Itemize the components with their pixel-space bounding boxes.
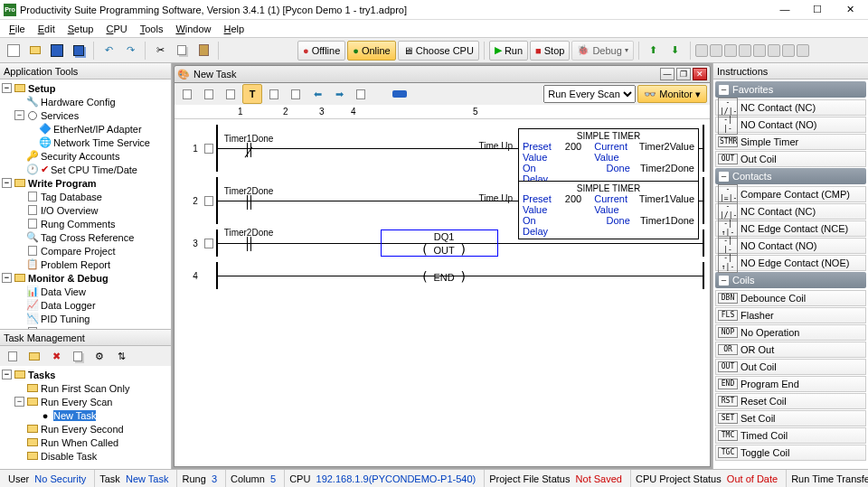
- application-tools-tree[interactable]: −Setup 🔧Hardware Config −Services 🔷Ether…: [0, 80, 171, 329]
- menu-file[interactable]: File: [4, 23, 31, 35]
- instr-out-coil-2[interactable]: OUTOut Coil: [715, 359, 866, 375]
- menu-edit[interactable]: Edit: [33, 23, 61, 35]
- no-contact[interactable]: Timer2Done: [236, 188, 261, 213]
- no-contact[interactable]: Timer2Done: [236, 229, 261, 255]
- toolbar-transfer-to-icon[interactable]: ⬆: [644, 41, 664, 61]
- scan-mode-select[interactable]: Run Every Scan: [543, 85, 636, 103]
- task-tree[interactable]: −Tasks Run First Scan Only −Run Every Sc…: [0, 366, 171, 469]
- stop-button[interactable]: ■Stop: [530, 41, 570, 61]
- menu-help[interactable]: Help: [219, 23, 250, 35]
- toolbar-undo-icon[interactable]: ↶: [99, 41, 118, 61]
- monitor-button[interactable]: 👓Monitor▾: [637, 85, 707, 103]
- task-delete-icon[interactable]: ✖: [46, 346, 66, 366]
- section-coils[interactable]: Coils: [715, 272, 866, 288]
- rung-3[interactable]: 3 Timer2Done DQ1 ( OUT ): [189, 229, 704, 257]
- toolbar-saveall-icon[interactable]: [69, 41, 89, 61]
- task-settings-icon[interactable]: ⚙: [90, 346, 109, 366]
- menu-tools[interactable]: Tools: [135, 23, 169, 35]
- instr-toggle-coil[interactable]: TGCToggle Coil: [715, 445, 866, 461]
- tree-problem-report[interactable]: 📋Problem Report: [2, 258, 169, 271]
- toolbar-copy-icon[interactable]: [172, 41, 192, 61]
- debug-button[interactable]: 🐞Debug▾: [571, 41, 633, 61]
- end-coil[interactable]: ( END ): [417, 269, 471, 284]
- task-new-icon[interactable]: [3, 346, 23, 366]
- task-open-icon[interactable]: [24, 346, 44, 366]
- instr-no-contact-2[interactable]: -| |-NO Contact (NO): [715, 238, 866, 254]
- tree-security-accounts[interactable]: 🔑Security Accounts: [2, 149, 169, 163]
- toolbar-cut-icon[interactable]: ✂: [150, 41, 170, 61]
- task-run-first-scan[interactable]: Run First Scan Only: [2, 381, 169, 395]
- instr-nc-contact-2[interactable]: -|/|-NC Contact (NC): [715, 203, 866, 220]
- instr-no-contact[interactable]: -| |-NO Contact (NO): [715, 117, 866, 133]
- tree-ethernet-ip[interactable]: 🔷EtherNet/IP Adapter: [2, 122, 169, 136]
- tree-rung-comments[interactable]: Rung Comments: [2, 217, 169, 230]
- menu-setup[interactable]: Setup: [62, 23, 99, 35]
- toolbar-save-icon[interactable]: [47, 41, 67, 61]
- instr-set-coil[interactable]: SETSet Coil: [715, 410, 866, 426]
- task-disable-task[interactable]: Disable Task: [2, 449, 169, 463]
- tree-tag-database[interactable]: Tag Database: [2, 190, 169, 203]
- doc-tb-3[interactable]: [221, 84, 241, 104]
- window-maximize-button[interactable]: ☐: [807, 4, 828, 15]
- tasks-root[interactable]: −Tasks: [2, 368, 169, 381]
- toolbar-chip-icon[interactable]: [710, 44, 722, 57]
- window-close-button[interactable]: ✕: [839, 4, 861, 15]
- tree-hardware-config[interactable]: 🔧Hardware Config: [2, 95, 169, 108]
- instr-no-edge-contact[interactable]: -|↑|-NO Edge Contact (NOE): [715, 255, 866, 271]
- toolbar-new-icon[interactable]: [4, 41, 24, 61]
- tree-pid-tuning[interactable]: 📉PID Tuning: [2, 312, 169, 325]
- instr-compare-contact[interactable]: -|=|-Compare Contact (CMP): [715, 186, 866, 202]
- instr-flasher[interactable]: FLSFlasher: [715, 307, 866, 323]
- ladder-editor[interactable]: 1 2 3 4 5 1 Timer1Done: [174, 105, 711, 467]
- toolbar-chip-icon[interactable]: [695, 44, 708, 57]
- task-run-every-scan[interactable]: −Run Every Scan: [2, 395, 169, 408]
- doc-tb-5[interactable]: [264, 84, 284, 104]
- choose-cpu-button[interactable]: 🖥Choose CPU: [398, 41, 479, 61]
- zoom-slider-thumb[interactable]: [392, 90, 407, 98]
- task-run-every-second[interactable]: Run Every Second: [2, 422, 169, 435]
- rung-4[interactable]: 4 ( END ): [189, 262, 704, 289]
- toolbar-chip-icon[interactable]: [782, 44, 795, 57]
- instr-nc-contact[interactable]: -|/|-NC Contact (NC): [715, 99, 866, 116]
- task-run-when-called[interactable]: Run When Called: [2, 435, 169, 449]
- tree-data-logger[interactable]: 📈Data Logger: [2, 298, 169, 312]
- tree-write-program[interactable]: −Write Program: [2, 176, 169, 190]
- instr-simple-timer[interactable]: STMRSimple Timer: [715, 134, 866, 150]
- toolbar-chip-icon[interactable]: [724, 44, 737, 57]
- doc-minimize-button[interactable]: —: [660, 68, 675, 80]
- instr-out-coil[interactable]: OUTOut Coil: [715, 151, 866, 167]
- task-sort-icon[interactable]: ⇅: [111, 346, 131, 366]
- offline-button[interactable]: ●Offline: [297, 41, 345, 61]
- instr-timed-coil[interactable]: TMCTimed Coil: [715, 427, 866, 444]
- out-coil[interactable]: DQ1 ( OUT ): [417, 231, 471, 257]
- tree-nts[interactable]: 🌐Network Time Service: [2, 136, 169, 149]
- instructions-list[interactable]: Favorites -|/|-NC Contact (NC) -| |-NO C…: [713, 80, 868, 469]
- menu-cpu[interactable]: CPU: [100, 23, 132, 35]
- toolbar-chip-icon[interactable]: [739, 44, 751, 57]
- instr-or-out[interactable]: OROR Out: [715, 342, 866, 358]
- instr-reset-coil[interactable]: RSTReset Coil: [715, 393, 866, 409]
- toolbar-chip-icon[interactable]: [768, 44, 780, 57]
- instr-debounce-coil[interactable]: DBNDebounce Coil: [715, 290, 866, 306]
- doc-tb-2[interactable]: [199, 84, 219, 104]
- run-button[interactable]: ▶Run: [489, 41, 528, 61]
- doc-tb-4[interactable]: T: [242, 84, 262, 104]
- window-minimize-button[interactable]: —: [774, 4, 796, 15]
- toolbar-chip-icon[interactable]: [753, 44, 766, 57]
- instr-nc-edge-contact[interactable]: -|↑|-NC Edge Contact (NCE): [715, 220, 866, 237]
- doc-tb-6[interactable]: [286, 84, 306, 104]
- tree-compare-project[interactable]: Compare Project: [2, 244, 169, 258]
- task-new-task[interactable]: ●New Task: [2, 408, 169, 422]
- tree-set-cpu-time[interactable]: 🕐✔Set CPU Time/Date: [2, 163, 169, 176]
- instr-no-operation[interactable]: NOPNo Operation: [715, 324, 866, 341]
- nc-contact[interactable]: Timer1Done: [236, 136, 261, 161]
- doc-tb-next[interactable]: ➡: [329, 84, 349, 104]
- tree-monitor-debug[interactable]: −Monitor & Debug: [2, 271, 169, 285]
- instr-program-end[interactable]: ENDProgram End: [715, 376, 866, 392]
- toolbar-chip-icon[interactable]: [797, 44, 809, 57]
- section-contacts[interactable]: Contacts: [715, 168, 866, 184]
- toolbar-open-icon[interactable]: [25, 41, 45, 61]
- doc-maximize-button[interactable]: ❐: [676, 68, 691, 80]
- doc-close-button[interactable]: ✕: [693, 68, 707, 80]
- tree-services[interactable]: −Services: [2, 108, 169, 122]
